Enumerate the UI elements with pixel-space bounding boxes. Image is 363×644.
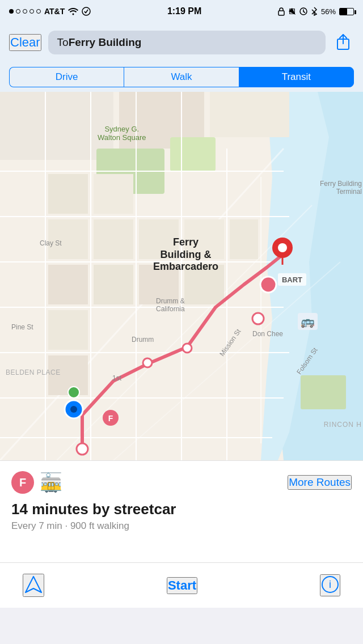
drumm-california-label: Drumm &California [156, 297, 185, 313]
rincon-label: RINCON H [324, 421, 362, 429]
svg-point-44 [183, 344, 192, 353]
first-st-label: 1st [112, 374, 121, 382]
location-button[interactable] [23, 574, 44, 597]
svg-rect-40 [230, 219, 258, 259]
tab-walk[interactable]: Walk [124, 67, 238, 87]
route-info-row: F 🚋 More Routes [11, 471, 352, 494]
lock-icon [278, 7, 285, 16]
dot-2 [16, 9, 20, 14]
svg-rect-41 [301, 375, 346, 409]
svg-point-49 [278, 243, 287, 252]
battery-percent: 56% [321, 7, 336, 16]
tab-transit[interactable]: Transit [239, 67, 354, 87]
sydney-walton-label: Sydney G.Walton Square [98, 125, 146, 142]
svg-rect-9 [210, 92, 289, 137]
drumm-label: Drumm [132, 336, 154, 344]
svg-rect-30 [48, 265, 88, 304]
svg-point-0 [82, 7, 90, 15]
svg-line-2 [86, 10, 88, 13]
ferry-building-label: FerryBuilding &Embarcadero [153, 236, 218, 273]
search-bar: Clear To Ferry Building [0, 23, 363, 62]
carrier-label: AT&T [44, 7, 65, 16]
f-badge: F [11, 471, 34, 494]
svg-rect-7 [0, 92, 113, 160]
status-left: AT&T [9, 7, 91, 16]
svg-rect-31 [48, 310, 88, 350]
don-chee-label: Don Chee [252, 330, 283, 338]
share-button[interactable] [332, 32, 354, 53]
route-details: Every 7 min · 900 ft walking [11, 520, 352, 532]
destination-text: Ferry Building [69, 36, 142, 49]
transport-tabs: Drive Walk Transit [0, 62, 363, 92]
bottom-panel: F 🚋 More Routes 14 minutes by streetcar … [0, 460, 363, 562]
svg-rect-3 [278, 11, 284, 15]
belden-place-label: BELDEN PLACE [6, 368, 61, 376]
battery-fill [340, 9, 347, 15]
svg-point-43 [143, 358, 152, 367]
svg-text:i: i [329, 579, 331, 590]
route-icons: F 🚋 [11, 471, 62, 494]
signal-dots [9, 9, 41, 14]
svg-text:F: F [108, 414, 113, 423]
svg-point-42 [77, 443, 88, 455]
clear-button[interactable]: Clear [9, 34, 41, 51]
dot-1 [9, 9, 14, 14]
svg-marker-57 [26, 577, 41, 592]
search-input-box[interactable]: To Ferry Building [48, 31, 326, 54]
time-display: 1:19 PM [167, 6, 201, 16]
info-button[interactable]: i [320, 574, 340, 596]
svg-text:BART: BART [282, 276, 302, 284]
bus-stop-icon: 🚌 [298, 313, 318, 330]
map-area[interactable]: F BART Sydney G.Walton Square FerryBuild… [0, 92, 363, 460]
svg-point-46 [252, 313, 264, 324]
ferry-terminal-label: Ferry BuildingTerminal [320, 180, 362, 196]
bluetooth-icon [311, 7, 318, 16]
svg-point-51 [70, 406, 77, 413]
battery-icon [339, 8, 354, 15]
bottom-nav: Start i [0, 562, 363, 608]
clay-st-label: Clay St [40, 239, 62, 247]
svg-rect-28 [48, 174, 88, 214]
svg-rect-34 [94, 219, 133, 259]
tab-drive[interactable]: Drive [9, 67, 124, 87]
dot-5 [36, 9, 41, 14]
svg-point-47 [260, 277, 276, 293]
activity-icon [82, 7, 91, 16]
dot-4 [29, 9, 34, 14]
status-right: 56% [278, 7, 354, 16]
dot-3 [23, 9, 27, 14]
tram-icon: 🚋 [40, 472, 62, 493]
destination-prefix: To [57, 36, 69, 49]
svg-rect-35 [94, 265, 133, 304]
svg-point-52 [68, 387, 79, 398]
start-button[interactable]: Start [167, 577, 197, 594]
status-bar: AT&T 1:19 PM 56% [0, 0, 363, 23]
clock-icon [299, 7, 307, 15]
route-duration: 14 minutes by streetcar [11, 501, 352, 518]
wifi-icon [68, 7, 78, 15]
pine-st-label: Pine St [11, 323, 33, 331]
svg-rect-11 [170, 137, 216, 171]
svg-rect-33 [94, 174, 133, 214]
location-arrow-icon [288, 7, 296, 15]
map-svg: F BART [0, 92, 363, 460]
more-routes-button[interactable]: More Routes [288, 475, 352, 490]
